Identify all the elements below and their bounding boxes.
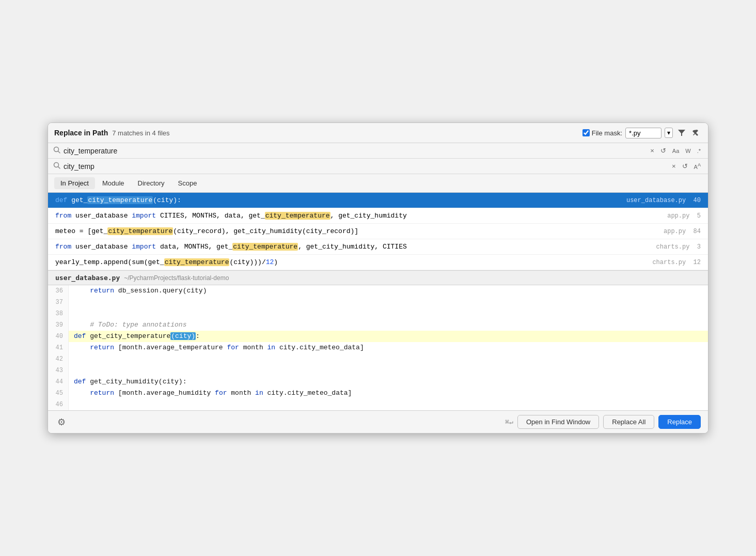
code-line: 42 [48, 353, 708, 365]
scope-tabs: In Project Module Directory Scope [48, 174, 708, 193]
result-item[interactable]: meteo = [get_city_temperature(city_recor… [48, 224, 708, 239]
line-number: 39 [48, 319, 69, 331]
find-clear-btn[interactable]: × [648, 146, 656, 156]
tab-directory[interactable]: Directory [132, 177, 171, 189]
line-code: # ToDo: type annotations [69, 319, 192, 331]
line-code: return [month.average_temperature for mo… [69, 342, 369, 353]
pin-icon [692, 129, 700, 137]
dialog-title: Replace in Path [54, 129, 108, 137]
svg-marker-0 [678, 130, 685, 136]
line-code: def get_city_humidity(city): [69, 376, 192, 388]
replace-all-button[interactable]: Replace All [603, 415, 654, 429]
result-file-location: app.py 5 [667, 212, 701, 220]
result-item[interactable]: from user_database import data, MONTHS, … [48, 239, 708, 255]
replace-button[interactable]: Replace [658, 415, 701, 429]
file-mask-checkbox-wrap: File mask: [582, 129, 622, 137]
code-line: 43 [48, 365, 708, 376]
settings-button[interactable]: ⚙ [55, 415, 68, 429]
code-line: 37 [48, 297, 708, 308]
line-number: 46 [48, 399, 69, 410]
line-number: 36 [48, 285, 69, 297]
replace-in-path-dialog: Replace in Path 7 matches in 4 files Fil… [48, 122, 708, 434]
result-code: from user_database import data, MONTHS, … [55, 243, 652, 251]
preview-path: ~/PycharmProjects/flask-tutorial-demo [124, 274, 229, 282]
case-sensitive-btn[interactable]: Aa [670, 147, 681, 155]
code-line: 46 [48, 399, 708, 410]
result-file-location: charts.py 3 [656, 243, 701, 251]
line-number: 45 [48, 388, 69, 399]
open-in-find-window-button[interactable]: Open in Find Window [517, 415, 599, 429]
result-item[interactable]: yearly_temp.append(sum(get_city_temperat… [48, 255, 708, 270]
keyboard-shortcut: ⌘↵ [505, 418, 513, 426]
replace-row: × ↺ AA [48, 159, 708, 174]
line-code: return db_session.query(city) [69, 285, 212, 297]
pin-icon-btn[interactable] [690, 127, 702, 138]
code-line: 45 return [month.average_humidity for mo… [48, 388, 708, 399]
code-line: 38 [48, 308, 708, 319]
footer-right: ⌘↵ Open in Find Window Replace All Repla… [505, 415, 701, 429]
replace-clear-btn[interactable]: × [670, 161, 678, 171]
find-search-icon [53, 146, 60, 155]
results-list: def get_city_temperature(city): user_dat… [48, 193, 708, 270]
tab-scope[interactable]: Scope [172, 177, 203, 189]
line-number: 40 [48, 331, 69, 342]
line-code [69, 353, 79, 365]
code-line: 36 return db_session.query(city) [48, 285, 708, 297]
result-code: yearly_temp.append(sum(get_city_temperat… [55, 258, 648, 266]
whole-word-btn[interactable]: W [683, 147, 692, 155]
replace-input[interactable] [64, 162, 667, 171]
find-input[interactable] [64, 147, 645, 155]
tab-in-project[interactable]: In Project [54, 177, 95, 189]
result-file-location: charts.py 12 [652, 259, 701, 266]
code-preview: 36 return db_session.query(city) 37 38 3… [48, 285, 708, 410]
file-mask-input[interactable] [625, 128, 662, 138]
code-line: 41 return [month.average_temperature for… [48, 342, 708, 353]
dialog-footer: ⚙ ⌘↵ Open in Find Window Replace All Rep… [48, 410, 708, 433]
tab-module[interactable]: Module [96, 177, 131, 189]
result-item[interactable]: from user_database import CITIES, MONTHS… [48, 208, 708, 224]
line-code [69, 399, 79, 410]
header-controls: File mask: ▾ [582, 127, 702, 138]
line-number: 38 [48, 308, 69, 319]
code-line: 44 def get_city_humidity(city): [48, 376, 708, 388]
replace-redo-btn[interactable]: ↺ [680, 161, 690, 171]
replace-search-icon [53, 162, 60, 171]
result-file-location: app.py 84 [664, 228, 701, 235]
code-line-highlighted: 40 def get_city_temperature(city): [48, 331, 708, 342]
line-code: return [month.average_humidity for month… [69, 388, 357, 399]
svg-line-4 [58, 167, 60, 169]
filter-icon-btn[interactable] [676, 127, 687, 138]
line-code [69, 297, 79, 308]
svg-line-2 [58, 151, 60, 153]
dialog-header: Replace in Path 7 matches in 4 files Fil… [48, 123, 708, 143]
find-redo-btn[interactable]: ↺ [658, 146, 668, 156]
matches-count: 7 matches in 4 files [112, 129, 578, 137]
footer-left: ⚙ [55, 415, 68, 429]
result-file-location: user_database.py 40 [626, 197, 701, 204]
file-mask-checkbox[interactable] [582, 129, 590, 136]
file-mask-label: File mask: [592, 129, 622, 137]
find-row: × ↺ Aa W .* [48, 143, 708, 159]
file-mask-dropdown[interactable]: ▾ [665, 128, 673, 138]
replace-case-btn[interactable]: AA [692, 161, 703, 171]
find-actions: × ↺ Aa W .* [648, 146, 703, 156]
line-number: 42 [48, 353, 69, 365]
line-number: 43 [48, 365, 69, 376]
line-code [69, 308, 79, 319]
result-code: def get_city_temperature(city): [55, 196, 622, 204]
code-line: 39 # ToDo: type annotations [48, 319, 708, 331]
preview-header: user_database.py ~/PycharmProjects/flask… [48, 270, 708, 285]
replace-actions: × ↺ AA [670, 161, 703, 171]
line-number: 41 [48, 342, 69, 353]
preview-filename: user_database.py [55, 274, 120, 282]
result-item[interactable]: def get_city_temperature(city): user_dat… [48, 193, 708, 208]
regex-btn[interactable]: .* [695, 147, 703, 155]
result-code: meteo = [get_city_temperature(city_recor… [55, 227, 659, 235]
line-number: 37 [48, 297, 69, 308]
line-code [69, 365, 79, 376]
line-code: def get_city_temperature(city): [69, 331, 205, 342]
filter-icon [678, 129, 686, 137]
result-code: from user_database import CITIES, MONTHS… [55, 212, 663, 220]
line-number: 44 [48, 376, 69, 388]
